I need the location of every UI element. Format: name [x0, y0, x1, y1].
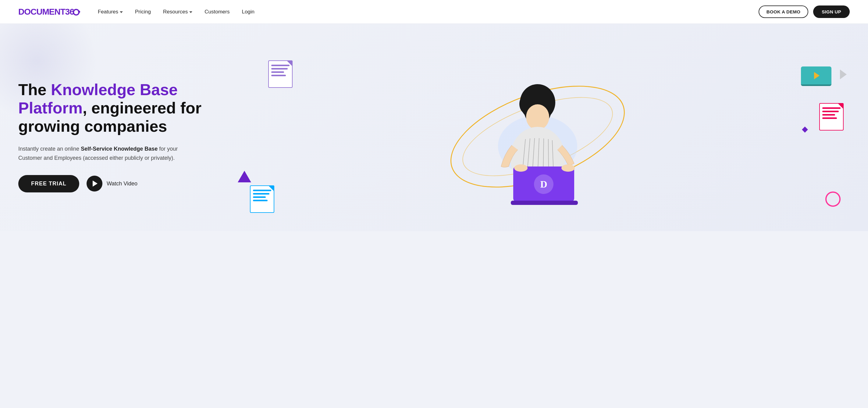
document-pink [819, 103, 844, 130]
circle-decoration [825, 192, 841, 207]
arrow-decoration [840, 69, 847, 79]
hero-content: The Knowledge Base Platform, engineered … [18, 81, 225, 193]
hero-description: Instantly create an online Self-Service … [18, 144, 195, 163]
hero-cta: FREE TRIAL Watch Video [18, 175, 225, 193]
play-button-circle[interactable] [87, 176, 102, 192]
circle-icon [825, 192, 841, 207]
chevron-down-icon [189, 11, 192, 13]
watch-video-label: Watch Video [107, 180, 137, 187]
hero-illustration: D [225, 42, 850, 231]
floating-document-blue [250, 185, 274, 213]
navbar: DOCUMENT36 Features Pricing Resources Cu… [0, 0, 868, 24]
logo[interactable]: DOCUMENT36 [18, 7, 80, 17]
triangle-icon [238, 171, 251, 182]
watch-video-button[interactable]: Watch Video [87, 176, 137, 192]
chevron-down-icon [120, 11, 123, 13]
floating-video-thumb [801, 66, 831, 86]
free-trial-button[interactable]: FREE TRIAL [18, 175, 79, 193]
svg-point-19 [561, 164, 575, 172]
logo-circle [73, 9, 80, 16]
video-thumbnail [801, 66, 831, 86]
book-demo-button[interactable]: BOOK A DEMO [758, 5, 808, 18]
arrow-right-icon [840, 69, 847, 79]
nav-features[interactable]: Features [98, 9, 123, 15]
nav-customers[interactable]: Customers [205, 9, 229, 15]
hero-section: The Knowledge Base Platform, engineered … [0, 24, 868, 231]
central-figure: D [464, 63, 611, 210]
floating-document-top [268, 60, 292, 88]
nav-pricing[interactable]: Pricing [135, 9, 151, 15]
svg-point-4 [526, 104, 549, 130]
sign-up-button[interactable]: SIGN UP [813, 5, 850, 18]
nav-actions: BOOK A DEMO SIGN UP [758, 5, 850, 18]
diamond-icon [802, 126, 808, 133]
document-purple [268, 60, 292, 88]
hero-title: The Knowledge Base Platform, engineered … [18, 81, 225, 136]
illustration-svg: D [464, 63, 611, 209]
svg-text:D: D [540, 179, 547, 190]
play-icon [93, 180, 97, 186]
nav-resources[interactable]: Resources [163, 9, 192, 15]
svg-rect-15 [511, 201, 578, 205]
floating-document-pink [819, 103, 844, 130]
nav-links: Features Pricing Resources Customers Log… [98, 9, 758, 15]
triangle-decoration [238, 171, 251, 182]
svg-point-18 [514, 164, 528, 172]
document-blue [250, 185, 274, 213]
diamond-decoration [803, 127, 807, 132]
nav-login[interactable]: Login [242, 9, 254, 15]
video-play-icon [814, 72, 819, 79]
